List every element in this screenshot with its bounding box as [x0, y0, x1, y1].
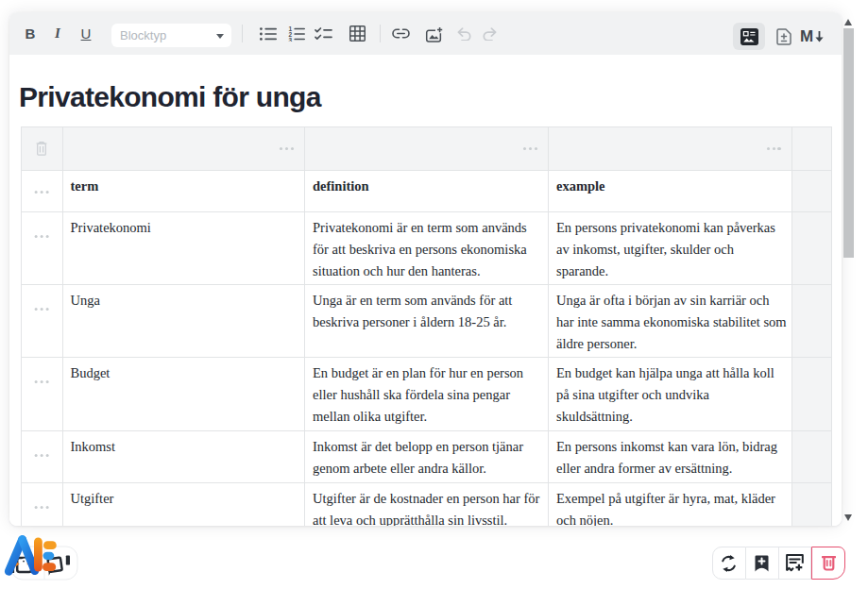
svg-text:3: 3	[289, 36, 293, 42]
